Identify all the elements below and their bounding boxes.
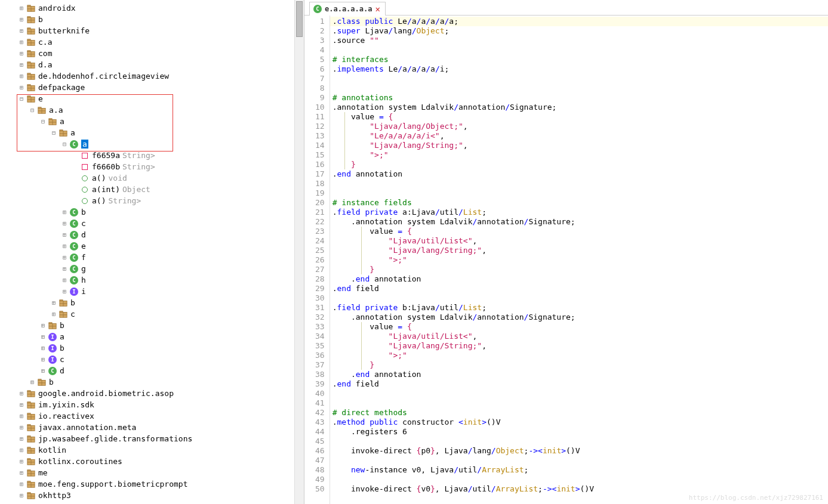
code-line[interactable]: # annotations xyxy=(330,93,828,103)
code-line[interactable]: .annotation system Ldalvik/annotation/Si… xyxy=(330,103,828,112)
expander-icon[interactable]: ⊞ xyxy=(18,390,25,397)
code-line[interactable]: value = { xyxy=(330,322,828,332)
code-line[interactable]: .method public constructor <init>()V xyxy=(330,418,828,427)
tree-item[interactable]: ⊟a xyxy=(5,127,304,138)
expander-icon[interactable]: ⊞ xyxy=(18,5,25,12)
expander-icon[interactable]: ⊟ xyxy=(50,129,57,137)
code-line[interactable]: .super Ljava/lang/Object; xyxy=(330,26,828,36)
tree-item[interactable]: ⊞b xyxy=(5,376,304,388)
expander-icon[interactable]: ⊞ xyxy=(61,231,68,239)
tree-item[interactable]: ⊞Cb xyxy=(5,206,304,218)
expander-icon[interactable]: ⊞ xyxy=(18,447,25,454)
expander-icon[interactable]: ⊞ xyxy=(39,345,47,352)
tree-item[interactable]: a()String> xyxy=(5,195,304,206)
tree-item[interactable]: a(int)Object xyxy=(5,184,304,195)
code-line[interactable]: "Ljava/util/List<", xyxy=(330,332,828,341)
tree-item[interactable]: ⊞Ch xyxy=(5,274,304,286)
editor-tab[interactable]: C e.a.a.a.a.a ✕ xyxy=(309,2,386,16)
code-line[interactable]: .end annotation xyxy=(330,370,828,379)
code-line[interactable]: "Ljava/lang/Object;", xyxy=(330,122,828,131)
expander-icon[interactable]: ⊞ xyxy=(39,356,47,363)
expander-icon[interactable]: ⊞ xyxy=(18,413,25,420)
expander-icon[interactable]: ⊞ xyxy=(18,401,25,409)
code-line[interactable] xyxy=(330,293,828,303)
expander-icon[interactable]: ⊞ xyxy=(18,39,25,46)
code-line[interactable]: .field private b:Ljava/util/List; xyxy=(330,303,828,313)
code-line[interactable] xyxy=(330,398,828,408)
code-line[interactable]: } xyxy=(330,360,828,370)
tree-item[interactable]: ⊞b xyxy=(5,14,304,25)
code-line[interactable]: invoke-direct {v0}, Ljava/util/ArrayList… xyxy=(330,484,828,494)
tree-item[interactable]: ⊞kotlin xyxy=(5,444,304,456)
tree-item[interactable]: ⊞Cd xyxy=(5,365,304,376)
tree-scrollbar[interactable] xyxy=(294,0,304,504)
tree-item[interactable]: a()void xyxy=(5,172,304,184)
tree-item[interactable]: ⊞androidx xyxy=(5,2,304,14)
expander-icon[interactable]: ⊞ xyxy=(18,27,25,35)
tree-item[interactable]: ⊞me xyxy=(5,467,304,478)
close-icon[interactable]: ✕ xyxy=(375,4,380,14)
tree-item[interactable]: ⊞Ic xyxy=(5,354,304,365)
expander-icon[interactable]: ⊞ xyxy=(18,84,25,91)
code-line[interactable]: # interfaces xyxy=(330,55,828,64)
tree-item[interactable]: ⊞javax.annotation.meta xyxy=(5,422,304,433)
tree-item[interactable]: ⊞d.a xyxy=(5,59,304,70)
tree-item[interactable]: f6659aString> xyxy=(5,150,304,161)
tree-item[interactable]: ⊞Ii xyxy=(5,286,304,297)
code-line[interactable]: value = { xyxy=(330,227,828,236)
code-line[interactable] xyxy=(330,84,828,93)
expander-icon[interactable]: ⊞ xyxy=(39,333,47,341)
expander-icon[interactable]: ⊞ xyxy=(18,16,25,23)
expander-icon[interactable]: ⊞ xyxy=(39,367,47,375)
tree-item[interactable]: ⊞c xyxy=(5,308,304,320)
code-line[interactable]: "Ljava/lang/String;", xyxy=(330,141,828,150)
expander-icon[interactable]: ⊞ xyxy=(18,435,25,443)
tree-item[interactable]: ⊞b xyxy=(5,320,304,331)
tree-item[interactable]: ⊞im.yixin.sdk xyxy=(5,399,304,410)
code-line[interactable]: .implements Le/a/a/a/a/i; xyxy=(330,64,828,74)
expander-icon[interactable]: ⊞ xyxy=(61,254,68,261)
code-line[interactable] xyxy=(330,456,828,465)
tree-item[interactable]: ⊞Cc xyxy=(5,218,304,229)
code-line[interactable]: } xyxy=(330,265,828,274)
expander-icon[interactable]: ⊞ xyxy=(29,379,36,386)
tree-item[interactable]: ⊞Ce xyxy=(5,240,304,252)
expander-icon[interactable]: ⊞ xyxy=(18,492,25,499)
expander-icon[interactable]: ⊟ xyxy=(29,107,36,114)
code-line[interactable] xyxy=(330,389,828,398)
tree-item[interactable]: ⊟Ca xyxy=(5,138,304,150)
tree-item[interactable]: ⊞Cf xyxy=(5,252,304,263)
tree-item[interactable]: ⊟e xyxy=(5,93,304,104)
code-line[interactable]: .registers 6 xyxy=(330,427,828,437)
code-area[interactable]: .class public Le/a/a/a/a/a;.super Ljava/… xyxy=(330,16,828,504)
code-line[interactable]: # instance fields xyxy=(330,198,828,208)
tree-item[interactable]: ⊟a xyxy=(5,116,304,127)
code-line[interactable]: "Le/a/a/a/a/i<", xyxy=(330,131,828,141)
tree-item[interactable]: ⊞defpackage xyxy=(5,82,304,93)
code-line[interactable]: value = { xyxy=(330,112,828,122)
code-line[interactable]: } xyxy=(330,160,828,169)
code-line[interactable]: ">;" xyxy=(330,150,828,160)
code-line[interactable]: .end annotation xyxy=(330,274,828,284)
tree-item[interactable]: ⊟a.a xyxy=(5,104,304,116)
expander-icon[interactable]: ⊟ xyxy=(18,95,25,103)
code-line[interactable]: ">;" xyxy=(330,351,828,360)
expander-icon[interactable]: ⊞ xyxy=(18,73,25,80)
code-line[interactable]: ">;" xyxy=(330,255,828,265)
tree-item[interactable]: ⊞jp.wasabeef.glide.transformations xyxy=(5,433,304,444)
tree-item[interactable]: ⊞c.a xyxy=(5,36,304,48)
expander-icon[interactable]: ⊞ xyxy=(61,288,68,295)
tree-item[interactable]: f6660bString> xyxy=(5,161,304,172)
code-line[interactable] xyxy=(330,188,828,198)
package-tree[interactable]: ⊞androidx⊞b⊞butterknife⊞c.a⊞com⊞d.a⊞de.h… xyxy=(0,0,304,503)
code-line[interactable]: new-instance v0, Ljava/util/ArrayList; xyxy=(330,465,828,475)
tree-item[interactable]: ⊞b xyxy=(5,297,304,308)
code-line[interactable] xyxy=(330,45,828,55)
code-line[interactable]: invoke-direct {p0}, Ljava/lang/Object;->… xyxy=(330,446,828,456)
code-line[interactable]: .class public Le/a/a/a/a/a; xyxy=(330,17,828,26)
expander-icon[interactable]: ⊞ xyxy=(61,243,68,250)
code-line[interactable] xyxy=(330,475,828,484)
expander-icon[interactable]: ⊟ xyxy=(39,118,47,125)
expander-icon[interactable]: ⊞ xyxy=(61,209,68,216)
code-line[interactable]: .annotation system Ldalvik/annotation/Si… xyxy=(330,217,828,227)
